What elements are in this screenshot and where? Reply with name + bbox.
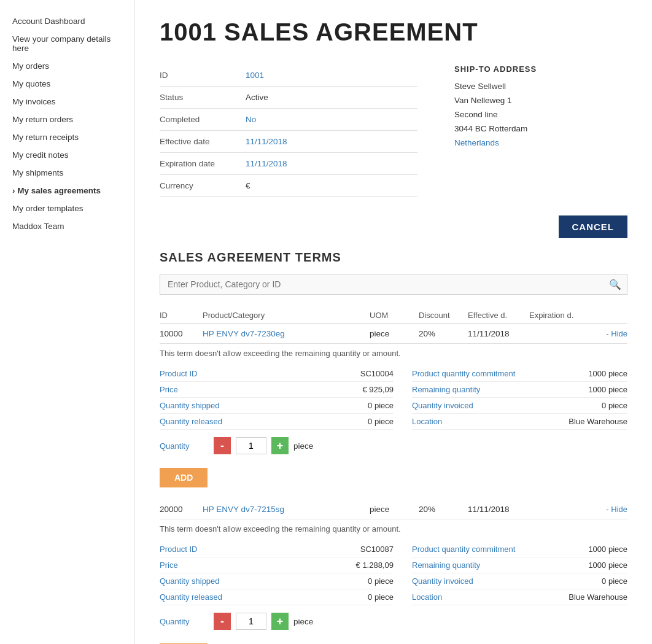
sidebar-item-account-dashboard[interactable]: Account Dashboard [6, 12, 128, 30]
detail-label: Quantity released [160, 417, 222, 426]
ship-to-title: SHIP-TO ADDRESS [454, 64, 577, 74]
id-label: ID [160, 71, 246, 80]
term-notice: This term doesn't allow exceeding the re… [160, 519, 627, 538]
completed-value: No [246, 115, 256, 124]
quantity-label: Quantity [160, 441, 209, 451]
detail-label: Quantity invoiced [412, 576, 473, 586]
detail-value: 1000 piece [588, 561, 627, 570]
detail-label: Quantity shipped [160, 576, 220, 586]
info-row-effective: Effective date 11/11/2018 [160, 131, 417, 153]
quantity-unit: piece [293, 617, 313, 626]
sidebar-item-return-orders[interactable]: My return orders [6, 111, 128, 128]
detail-value: 0 piece [368, 592, 394, 602]
quantity-decrease-button[interactable]: - [214, 613, 231, 630]
quantity-increase-button[interactable]: + [271, 613, 289, 630]
info-table: ID 1001 Status Active Completed No Effec… [160, 64, 417, 197]
term-hide-button[interactable]: - Hide [591, 329, 627, 338]
info-section: ID 1001 Status Active Completed No Effec… [160, 64, 627, 197]
expiration-value: 11/11/2018 [246, 159, 287, 168]
detail-label: Product quantity commitment [412, 369, 515, 378]
detail-value: Blue Warehouse [569, 592, 627, 602]
detail-label: Price [160, 385, 178, 394]
status-label: Status [160, 93, 246, 102]
currency-value: € [246, 181, 250, 190]
term-product[interactable]: HP ENVY dv7-7230eg [203, 329, 370, 338]
sidebar-item-sales-agreements[interactable]: My sales agreements [6, 182, 128, 200]
term-effective-date: 11/11/2018 [468, 329, 529, 338]
detail-row: Quantity shipped 0 piece [160, 398, 394, 414]
detail-row: Remaining quantity 1000 piece [412, 557, 627, 573]
detail-label: Remaining quantity [412, 561, 480, 570]
info-row-currency: Currency € [160, 175, 417, 197]
detail-row: Location Blue Warehouse [412, 589, 627, 605]
detail-row: Product ID SC10087 [160, 541, 394, 557]
detail-row: Product quantity commitment 1000 piece [412, 541, 627, 557]
detail-value: 1000 piece [588, 545, 627, 554]
quantity-input[interactable] [236, 613, 266, 630]
header-product: Product/Category [203, 311, 370, 320]
ship-to-country: Netherlands [454, 136, 577, 150]
ship-to-address: SHIP-TO ADDRESS Steve Sellwell Van Nelle… [454, 64, 577, 197]
sidebar-item-credit-notes[interactable]: My credit notes [6, 146, 128, 164]
sidebar-item-quotes[interactable]: My quotes [6, 75, 128, 93]
detail-col-right: Product quantity commitment 1000 piece R… [394, 366, 627, 430]
search-input[interactable] [160, 274, 627, 295]
detail-value: 0 piece [602, 401, 627, 410]
sidebar-item-maddox-team[interactable]: Maddox Team [6, 217, 128, 235]
info-row-id: ID 1001 [160, 64, 417, 87]
sidebar-item-orders[interactable]: My orders [6, 57, 128, 75]
quantity-row: Quantity - + piece [160, 605, 627, 637]
detail-value: € 1.288,09 [356, 561, 394, 570]
detail-label: Location [412, 417, 442, 426]
sidebar: Account Dashboard View your company deta… [0, 0, 135, 644]
quantity-unit: piece [293, 441, 313, 451]
detail-value: SC10004 [360, 369, 394, 378]
detail-value: 0 piece [368, 401, 394, 410]
sidebar-item-company-details[interactable]: View your company details here [6, 30, 128, 57]
detail-row: Location Blue Warehouse [412, 414, 627, 430]
detail-row: Quantity invoiced 0 piece [412, 398, 627, 414]
term-id: 10000 [160, 329, 203, 338]
detail-row: Quantity invoiced 0 piece [412, 573, 627, 589]
effective-value: 11/11/2018 [246, 137, 287, 146]
info-row-status: Status Active [160, 87, 417, 109]
detail-value: 1000 piece [588, 369, 627, 378]
term-details: Product ID SC10004 Price € 925,09 Quanti… [160, 366, 627, 430]
header-expiration: Expiration d. [529, 311, 591, 320]
detail-label: Quantity released [160, 592, 222, 602]
quantity-increase-button[interactable]: + [271, 437, 289, 454]
term-hide-button[interactable]: - Hide [591, 505, 627, 514]
currency-label: Currency [160, 181, 246, 190]
detail-col-right: Product quantity commitment 1000 piece R… [394, 541, 627, 605]
sidebar-item-shipments[interactable]: My shipments [6, 164, 128, 182]
quantity-input[interactable] [236, 437, 266, 454]
id-value[interactable]: 1001 [246, 71, 264, 80]
header-uom: UOM [370, 311, 419, 320]
detail-row: Price € 1.288,09 [160, 557, 394, 573]
ship-to-city: 3044 BC Rotterdam [454, 122, 577, 136]
detail-col-left: Product ID SC10087 Price € 1.288,09 Quan… [160, 541, 394, 605]
sidebar-item-invoices[interactable]: My invoices [6, 93, 128, 111]
terms-table-header: ID Product/Category UOM Discount Effecti… [160, 307, 627, 324]
header-id: ID [160, 311, 203, 320]
detail-value: 0 piece [602, 576, 627, 586]
detail-value: Blue Warehouse [569, 417, 627, 426]
detail-value: 1000 piece [588, 385, 627, 394]
terms-section-title: SALES AGREEMENT TERMS [160, 250, 627, 265]
status-value: Active [246, 93, 268, 102]
completed-label: Completed [160, 115, 246, 124]
detail-value: 0 piece [368, 576, 394, 586]
quantity-decrease-button[interactable]: - [214, 437, 231, 454]
sidebar-item-return-receipts[interactable]: My return receipts [6, 128, 128, 146]
term-product[interactable]: HP ENVY dv7-7215sg [203, 505, 370, 514]
terms-section: SALES AGREEMENT TERMS 🔍 ID Product/Categ… [160, 215, 627, 644]
info-row-completed: Completed No [160, 109, 417, 131]
sidebar-item-order-templates[interactable]: My order templates [6, 200, 128, 217]
term-notice: This term doesn't allow exceeding the re… [160, 344, 627, 363]
detail-value: SC10087 [360, 545, 394, 554]
detail-row: Product quantity commitment 1000 piece [412, 366, 627, 382]
ship-to-street: Van Nelleweg 1 [454, 94, 577, 108]
detail-label: Price [160, 561, 178, 570]
cancel-button[interactable]: CANCEL [559, 215, 628, 238]
add-button[interactable]: ADD [160, 468, 208, 487]
